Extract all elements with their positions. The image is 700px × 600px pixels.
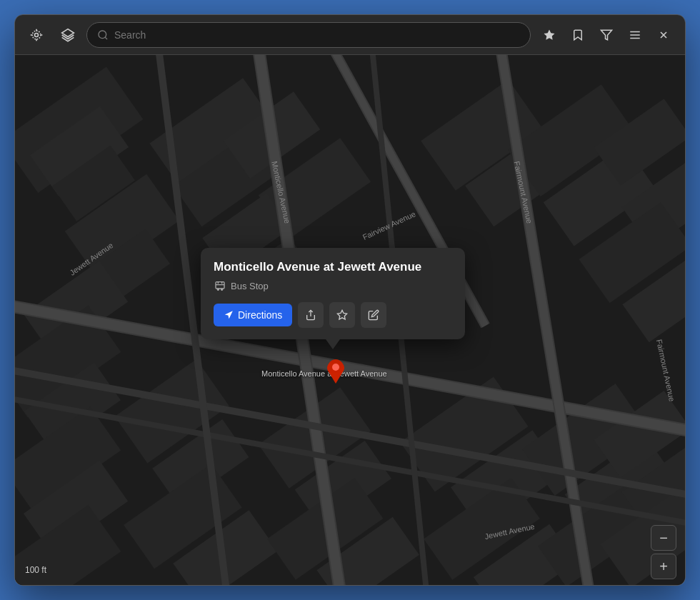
directions-button[interactable]: Directions xyxy=(214,304,292,326)
close-icon xyxy=(658,29,669,41)
map-location-label: Monticello Avenue at Jewett Avenue xyxy=(261,369,387,378)
layers-icon-btn[interactable] xyxy=(55,22,81,48)
svg-point-1 xyxy=(32,31,41,39)
favorite-star-icon xyxy=(336,309,348,321)
zoom-in-button[interactable]: + xyxy=(651,554,676,579)
bus-icon xyxy=(214,279,226,292)
hamburger-icon xyxy=(629,29,641,41)
map-area[interactable]: Jewett Avenue Monticello Avenue Fairmoun… xyxy=(15,55,685,585)
svg-line-4 xyxy=(105,37,107,39)
close-btn[interactable] xyxy=(651,22,676,48)
filter-icon xyxy=(600,29,613,41)
star-icon xyxy=(543,29,556,41)
share-icon xyxy=(305,309,316,321)
svg-point-3 xyxy=(99,31,106,39)
popup-actions: Directions xyxy=(214,302,452,328)
menu-btn[interactable] xyxy=(622,22,648,48)
search-icon xyxy=(97,29,109,41)
svg-marker-80 xyxy=(338,310,347,319)
search-bar[interactable] xyxy=(86,22,531,48)
svg-marker-78 xyxy=(225,311,233,319)
favorite-button[interactable] xyxy=(329,302,355,328)
topbar xyxy=(15,15,685,55)
zoom-controls: − + xyxy=(651,525,676,579)
bookmark-btn[interactable] xyxy=(565,22,591,48)
bookmark-icon xyxy=(571,29,584,41)
share-button[interactable] xyxy=(298,302,324,328)
svg-marker-6 xyxy=(601,30,612,40)
star-btn[interactable] xyxy=(536,22,562,48)
edit-button[interactable] xyxy=(361,302,386,328)
popup-title: Monticello Avenue at Jewett Avenue xyxy=(214,259,452,275)
directions-arrow-icon xyxy=(224,310,234,320)
filter-btn[interactable] xyxy=(594,22,619,48)
zoom-out-button[interactable]: − xyxy=(651,525,676,551)
svg-point-0 xyxy=(35,33,39,36)
map-pin xyxy=(325,358,346,389)
search-input[interactable] xyxy=(114,29,520,41)
popup-subtitle: Bus Stop xyxy=(214,279,452,292)
edit-icon xyxy=(368,309,379,321)
popup-card: Monticello Avenue at Jewett Avenue Bus S… xyxy=(201,248,465,339)
scale-bar: 100 ft xyxy=(25,565,46,575)
location-icon-btn[interactable] xyxy=(24,22,49,48)
svg-point-74 xyxy=(332,364,339,371)
topbar-right xyxy=(536,22,676,48)
svg-marker-5 xyxy=(544,29,555,39)
app-window: Jewett Avenue Monticello Avenue Fairmoun… xyxy=(14,14,686,586)
